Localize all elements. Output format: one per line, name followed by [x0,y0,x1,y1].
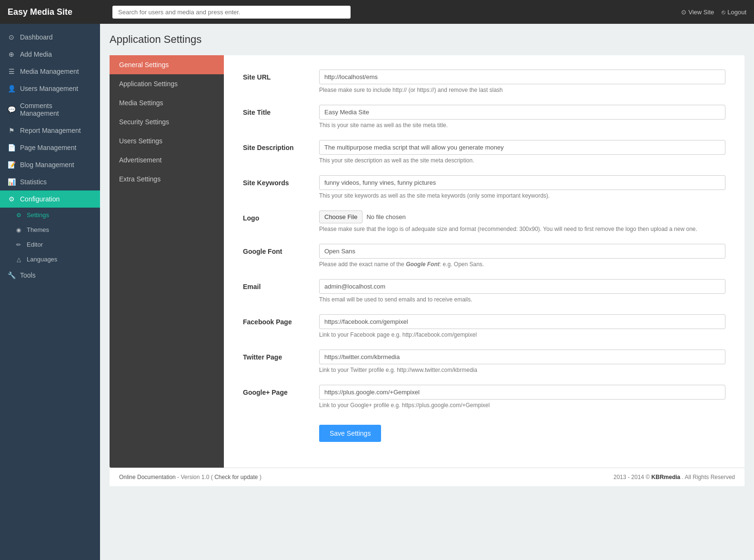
sidebar-item-configuration[interactable]: ⚙ Configuration [0,190,100,208]
site-title: Easy Media Site [8,7,108,17]
twitter-help: Link to your Twitter profile e.g. http:/… [319,367,725,373]
site-description-row: Site Description This your site descript… [243,140,725,164]
doc-link[interactable]: Online Documentation [119,474,176,480]
site-title-input[interactable] [319,105,725,120]
no-file-text: No file chosen [366,213,405,220]
site-description-label: Site Description [243,140,319,151]
dashboard-icon: ⊙ [8,33,15,41]
site-keywords-help: This your site keywords as well as the s… [319,192,725,199]
google-font-field: Please add the exact name of the Google … [319,244,725,268]
email-row: Email This email will be used to send em… [243,279,725,303]
site-url-label: Site URL [243,70,319,81]
sidebar-item-dashboard[interactable]: ⊙ Dashboard [0,29,100,46]
email-help: This email will be used to send emails a… [319,296,725,303]
google-plus-field: Link to your Google+ profile e.g. https:… [319,385,725,409]
settings-nav-general[interactable]: General Settings [110,55,224,74]
save-label-spacer [243,420,319,424]
main-wrapper: ⊙ Dashboard ⊕ Add Media ☰ Media Manageme… [0,24,754,560]
site-keywords-input[interactable] [319,175,725,190]
sidebar-sub-item-settings[interactable]: ⚙ Settings [0,208,100,222]
site-title-field: This is your site name as well as the si… [319,105,725,129]
logo-label: Logo [243,210,319,222]
google-plus-input[interactable] [319,385,725,400]
google-font-help: Please add the exact name of the Google … [319,261,725,268]
content-area: Application Settings General Settings Ap… [100,24,754,560]
tools-icon: 🔧 [8,271,15,279]
google-plus-help: Link to your Google+ profile e.g. https:… [319,402,725,409]
footer-brand: KBRmedia [652,474,681,480]
site-title-help: This is your site name as well as the si… [319,122,725,129]
sidebar-item-tools[interactable]: 🔧 Tools [0,267,100,284]
users-icon: 👤 [8,85,15,92]
sidebar-sub-item-themes[interactable]: ◉ Themes [0,222,100,237]
site-keywords-label: Site Keywords [243,175,319,187]
check-update-link[interactable]: Check for update [214,474,258,480]
sidebar-item-report-management[interactable]: ⚑ Report Management [0,122,100,139]
site-url-row: Site URL Please make sure to include htt… [243,70,725,93]
site-keywords-field: This your site keywords as well as the s… [319,175,725,199]
sidebar-item-add-media[interactable]: ⊕ Add Media [0,46,100,63]
site-title-row: Site Title This is your site name as wel… [243,105,725,129]
footer-right: 2013 - 2014 © KBRmedia . All Rights Rese… [613,474,735,480]
site-description-field: This your site description as well as th… [319,140,725,164]
facebook-help: Link to your Facebook page e.g. http://f… [319,331,725,338]
google-plus-row: Google+ Page Link to your Google+ profil… [243,385,725,409]
settings-container: General Settings Application Settings Me… [110,55,744,468]
save-row: Save Settings [243,420,725,442]
sidebar-item-blog-management[interactable]: 📝 Blog Management [0,156,100,173]
settings-nav-extra[interactable]: Extra Settings [110,170,224,189]
sidebar-item-media-management[interactable]: ☰ Media Management [0,63,100,80]
add-media-icon: ⊕ [8,50,15,58]
settings-nav-media[interactable]: Media Settings [110,93,224,112]
nav-actions: ⊙ View Site ⎋ Logout [681,9,746,16]
view-site-link[interactable]: ⊙ View Site [681,9,714,16]
comments-icon: 💬 [8,106,15,113]
site-description-input[interactable] [319,140,725,155]
sidebar-item-page-management[interactable]: 📄 Page Management [0,139,100,156]
statistics-icon: 📊 [8,178,15,186]
twitter-input[interactable] [319,350,725,364]
logo-row: Logo Choose File No file chosen Please m… [243,210,725,232]
sidebar-sub-item-editor[interactable]: ✏ Editor [0,237,100,252]
google-font-link: Google Font [406,261,440,268]
site-title-label: Site Title [243,105,319,116]
settings-nav-users[interactable]: Users Settings [110,131,224,150]
page-icon: 📄 [8,144,15,151]
email-input[interactable] [319,279,725,294]
sidebar-item-users-management[interactable]: 👤 Users Management [0,80,100,97]
site-url-input[interactable] [319,70,725,84]
settings-nav: General Settings Application Settings Me… [110,55,224,468]
twitter-label: Twitter Page [243,350,319,361]
twitter-field: Link to your Twitter profile e.g. http:/… [319,350,725,373]
facebook-field: Link to your Facebook page e.g. http://f… [319,314,725,338]
top-nav: Easy Media Site ⊙ View Site ⎋ Logout [0,0,754,24]
sidebar-item-statistics[interactable]: 📊 Statistics [0,173,100,190]
search-input[interactable] [112,6,351,19]
settings-nav-security[interactable]: Security Settings [110,112,224,131]
sidebar: ⊙ Dashboard ⊕ Add Media ☰ Media Manageme… [0,24,100,560]
twitter-row: Twitter Page Link to your Twitter profil… [243,350,725,373]
facebook-row: Facebook Page Link to your Facebook page… [243,314,725,338]
site-description-help: This your site description as well as th… [319,157,725,164]
settings-nav-application[interactable]: Application Settings [110,74,224,93]
google-font-label: Google Font [243,244,319,255]
google-font-input[interactable] [319,244,725,259]
sidebar-sub-item-languages[interactable]: △ Languages [0,252,100,267]
search-bar [112,6,351,19]
save-settings-button[interactable]: Save Settings [319,425,381,442]
email-field: This email will be used to send emails a… [319,279,725,303]
settings-form: Site URL Please make sure to include htt… [224,55,744,468]
logout-link[interactable]: ⎋ Logout [722,9,746,16]
settings-nav-advertisement[interactable]: Advertisement [110,150,224,170]
facebook-input[interactable] [319,314,725,329]
view-site-icon: ⊙ [681,9,686,16]
settings-sub-icon: ⚙ [15,212,22,219]
themes-sub-icon: ◉ [15,227,22,233]
logo-field: Choose File No file chosen Please make s… [319,210,725,232]
footer: Online Documentation - Version 1.0 ( Che… [110,468,744,486]
site-keywords-row: Site Keywords This your site keywords as… [243,175,725,199]
choose-file-button[interactable]: Choose File [319,210,362,223]
footer-left: Online Documentation - Version 1.0 ( Che… [119,474,261,480]
sidebar-item-comments-management[interactable]: 💬 Comments Management [0,97,100,122]
logout-icon: ⎋ [722,9,725,16]
